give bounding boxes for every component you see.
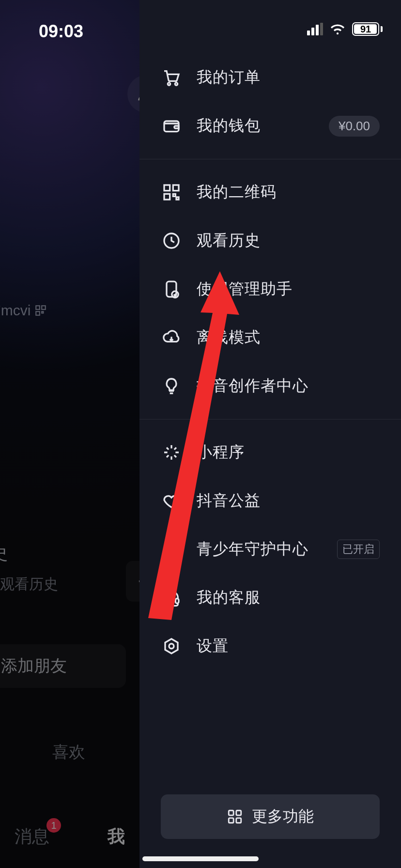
user-id: lyp8rvm7mcvi: [0, 302, 47, 319]
menu-group-1: 我的订单 我的钱包 ¥0.00: [139, 53, 401, 159]
svg-rect-22: [229, 818, 233, 823]
svg-marker-18: [165, 639, 178, 653]
menu-item-teen[interactable]: 青少年守护中心 已开启: [139, 525, 401, 574]
svg-point-7: [168, 83, 170, 85]
svg-point-19: [169, 644, 174, 649]
menu-group-3: 小程序 抖音公益 青少年守护中心 已开启 我的客服: [139, 419, 401, 679]
phone-check-icon: [161, 279, 182, 300]
grid-icon: [227, 808, 243, 825]
svg-point-8: [175, 83, 177, 85]
menu-item-settings[interactable]: 设置: [139, 622, 401, 670]
gear-icon: [161, 636, 182, 657]
profile-tabs: 收藏 喜欢: [0, 741, 85, 763]
mini-program-icon: [161, 442, 182, 463]
menu-item-offline[interactable]: 离线模式: [139, 313, 401, 362]
svg-rect-10: [164, 185, 170, 191]
teen-mode-status: 已开启: [337, 540, 380, 559]
watch-history-subtitle: 快速找到观看历史: [0, 574, 58, 594]
menu-item-label: 我的客服: [197, 587, 380, 608]
svg-rect-12: [164, 194, 170, 200]
menu-item-history[interactable]: 观看历史: [139, 217, 401, 265]
menu-item-orders[interactable]: 我的订单: [139, 53, 401, 102]
menu-item-usage[interactable]: 使用管理助手: [139, 265, 401, 313]
clock-icon: [161, 230, 182, 251]
menu-group-2: 我的二维码 观看历史 使用管理助手 离线模式: [139, 159, 401, 419]
svg-rect-3: [36, 306, 40, 310]
menu-item-label: 小程序: [197, 442, 380, 463]
menu-item-label: 设置: [197, 636, 380, 657]
menu-item-label: 我的二维码: [197, 182, 380, 203]
svg-rect-4: [42, 306, 46, 310]
watch-history-card[interactable]: 观看历史 快速找到观看历史: [0, 542, 58, 594]
menu-item-miniprogram[interactable]: 小程序: [139, 428, 401, 477]
wallet-balance-badge: ¥0.00: [329, 116, 380, 137]
more-features-button[interactable]: 更多功能: [161, 794, 380, 839]
menu-item-creator[interactable]: 抖音创作者中心: [139, 362, 401, 410]
user-id-text: lyp8rvm7mcvi: [0, 302, 31, 319]
menu-item-label: 我的订单: [197, 67, 380, 88]
home-indicator: [142, 856, 259, 861]
menu-item-label: 使用管理助手: [197, 279, 380, 300]
menu-item-support[interactable]: 我的客服: [139, 574, 401, 622]
menu-item-wallet[interactable]: 我的钱包 ¥0.00: [139, 102, 401, 150]
tab-likes[interactable]: 喜欢: [52, 741, 85, 763]
more-features-label: 更多功能: [252, 806, 314, 827]
add-friend-label: 添加朋友: [1, 655, 67, 677]
sprout-icon: [161, 539, 182, 560]
svg-rect-6: [42, 311, 44, 313]
menu-item-label: 我的钱包: [197, 115, 314, 137]
nav-messages[interactable]: 消息: [15, 825, 49, 849]
menu-item-label: 离线模式: [197, 327, 380, 348]
menu-item-label: 抖音公益: [197, 490, 380, 512]
menu-item-label: 青少年守护中心: [197, 539, 323, 560]
qrcode-icon: [161, 182, 182, 203]
heart-icon: [161, 490, 182, 512]
svg-rect-5: [36, 311, 40, 315]
cart-icon: [161, 67, 182, 88]
headset-icon: [161, 587, 182, 608]
cloud-download-icon: [161, 327, 182, 348]
nav-me[interactable]: 我: [108, 825, 125, 849]
side-drawer: 我的订单 我的钱包 ¥0.00 我的二维码 观看历史: [139, 0, 401, 868]
watch-history-title: 观看历史: [0, 542, 58, 565]
svg-rect-23: [236, 818, 241, 823]
add-friend-button[interactable]: 添加朋友: [0, 644, 126, 688]
menu-item-label: 观看历史: [197, 230, 380, 251]
wallet-icon: [161, 115, 182, 137]
qr-mini-icon: [34, 304, 47, 317]
menu-item-qrcode[interactable]: 我的二维码: [139, 168, 401, 217]
svg-rect-11: [173, 185, 179, 191]
svg-rect-20: [229, 810, 233, 815]
menu-item-charity[interactable]: 抖音公益: [139, 477, 401, 525]
svg-rect-21: [236, 810, 241, 815]
lightbulb-icon: [161, 375, 182, 397]
svg-rect-17: [175, 599, 179, 604]
menu-item-label: 抖音创作者中心: [197, 375, 380, 397]
svg-rect-16: [164, 599, 168, 604]
